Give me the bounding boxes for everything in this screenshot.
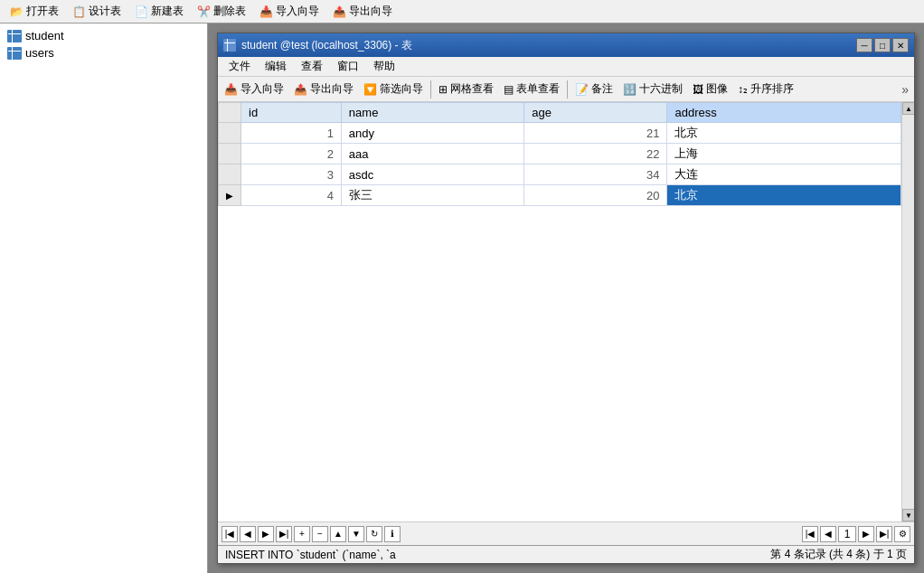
export-label: 导出向导 bbox=[349, 4, 392, 19]
nav-info-button[interactable]: ℹ bbox=[384, 526, 401, 542]
nav-right-first-button[interactable]: |◀ bbox=[802, 526, 818, 542]
cell-id-1[interactable]: 1 bbox=[241, 123, 342, 144]
sidebar-item-student[interactable]: student bbox=[0, 27, 207, 44]
filter-wizard-button[interactable]: 🔽 筛选向导 bbox=[359, 80, 428, 99]
col-marker bbox=[219, 103, 241, 123]
svg-rect-4 bbox=[8, 51, 21, 52]
table-row[interactable]: 2 aaa 22 上海 bbox=[219, 144, 901, 164]
filter-icon: 🔽 bbox=[363, 83, 377, 96]
toolbar-separator-2 bbox=[567, 80, 568, 99]
export-wizard-button[interactable]: 📤 导出向导 bbox=[326, 2, 398, 21]
table-row[interactable]: 3 asdc 34 大连 bbox=[219, 164, 901, 185]
menu-edit[interactable]: 编辑 bbox=[258, 57, 294, 76]
cell-id-2[interactable]: 2 bbox=[241, 144, 342, 164]
col-name[interactable]: name bbox=[341, 103, 523, 123]
new-table-button[interactable]: 📄 新建表 bbox=[128, 2, 189, 21]
nav-right-prev-button[interactable]: ◀ bbox=[820, 526, 836, 542]
hex-label: 十六进制 bbox=[639, 81, 683, 97]
scroll-down-button[interactable]: ▼ bbox=[902, 509, 914, 521]
nav-prev-button[interactable]: ◀ bbox=[240, 526, 256, 542]
scroll-up-button[interactable]: ▲ bbox=[902, 102, 914, 115]
nav-first-button[interactable]: |◀ bbox=[222, 526, 238, 542]
import-wizard-button[interactable]: 📥 导入向导 bbox=[253, 2, 325, 21]
new-icon: 📄 bbox=[134, 5, 148, 18]
cell-address-2[interactable]: 上海 bbox=[667, 144, 901, 164]
nav-page-number[interactable]: 1 bbox=[838, 526, 856, 542]
cell-name-3[interactable]: asdc bbox=[341, 164, 523, 185]
cell-address-4-selected[interactable]: 北京 bbox=[667, 185, 901, 206]
delete-label: 删除表 bbox=[213, 4, 246, 19]
memo-icon: 📝 bbox=[575, 83, 589, 96]
image-label: 图像 bbox=[706, 81, 728, 97]
col-id[interactable]: id bbox=[241, 103, 342, 123]
row-marker-2 bbox=[219, 144, 241, 164]
design-button[interactable]: 📋 设计表 bbox=[66, 2, 127, 21]
import-wizard-sec-button[interactable]: 📥 导入向导 bbox=[220, 80, 288, 99]
sort-label: 升序排序 bbox=[750, 81, 794, 97]
nav-delete-button[interactable]: − bbox=[312, 526, 328, 542]
cell-address-3[interactable]: 大连 bbox=[667, 164, 901, 185]
delete-table-button[interactable]: ✂️ 删除表 bbox=[191, 2, 251, 21]
cell-age-4[interactable]: 20 bbox=[524, 185, 667, 206]
scroll-track[interactable] bbox=[902, 115, 914, 509]
open-button[interactable]: 📂 打开表 bbox=[4, 2, 64, 21]
cell-name-4[interactable]: 张三 bbox=[341, 185, 523, 206]
cell-age-2[interactable]: 22 bbox=[524, 144, 667, 164]
grid-view-button[interactable]: ⊞ 网格查看 bbox=[434, 80, 498, 99]
nav-down-button[interactable]: ▼ bbox=[348, 526, 364, 542]
col-address[interactable]: address bbox=[667, 103, 901, 123]
sort-button[interactable]: ↕₂ 升序排序 bbox=[733, 80, 798, 99]
cell-id-4[interactable]: 4 bbox=[241, 185, 342, 206]
nav-next-button[interactable]: ▶ bbox=[258, 526, 274, 542]
import-sec-label: 导入向导 bbox=[240, 81, 284, 97]
open-icon: 📂 bbox=[9, 5, 24, 18]
nav-right-next-button[interactable]: ▶ bbox=[858, 526, 874, 542]
grid-label: 网格查看 bbox=[450, 81, 494, 97]
form-label: 表单查看 bbox=[516, 81, 560, 97]
toolbar-more[interactable]: » bbox=[898, 80, 912, 99]
nav-settings-button[interactable]: ⚙ bbox=[894, 526, 910, 542]
form-view-button[interactable]: ▤ 表单查看 bbox=[499, 80, 564, 99]
nav-right-last-button[interactable]: ▶| bbox=[876, 526, 892, 542]
data-table-wrapper[interactable]: id name age address 1 andy 21 bbox=[218, 102, 901, 521]
menu-view[interactable]: 查看 bbox=[294, 57, 330, 76]
nav-last-button[interactable]: ▶| bbox=[276, 526, 292, 542]
table-row-selected[interactable]: ▶ 4 张三 20 北京 bbox=[219, 185, 901, 206]
cell-id-3[interactable]: 3 bbox=[241, 164, 342, 185]
cell-address-1[interactable]: 北京 bbox=[667, 123, 901, 144]
row-marker-3 bbox=[219, 164, 241, 185]
memo-button[interactable]: 📝 备注 bbox=[570, 80, 618, 99]
svg-rect-5 bbox=[12, 47, 13, 60]
svg-rect-7 bbox=[224, 42, 235, 43]
secondary-toolbar: 📥 导入向导 📤 导出向导 🔽 筛选向导 ⊞ 网格查看 ▤ bbox=[218, 77, 914, 102]
cell-name-2[interactable]: aaa bbox=[341, 144, 523, 164]
minimize-button[interactable]: ─ bbox=[856, 38, 872, 52]
export-icon: 📤 bbox=[332, 5, 346, 18]
maximize-button[interactable]: □ bbox=[874, 38, 891, 52]
close-button[interactable]: ✕ bbox=[892, 38, 909, 52]
table-row[interactable]: 1 andy 21 北京 bbox=[219, 123, 901, 144]
window-title-left: student @test (localhost_3306) - 表 bbox=[223, 38, 412, 53]
svg-rect-6 bbox=[223, 39, 236, 52]
menu-file[interactable]: 文件 bbox=[222, 57, 258, 76]
image-button[interactable]: 🖼 图像 bbox=[688, 80, 732, 99]
menu-help[interactable]: 帮助 bbox=[366, 57, 402, 76]
menu-window[interactable]: 窗口 bbox=[330, 57, 366, 76]
sidebar-item-users[interactable]: users bbox=[0, 44, 207, 61]
cell-age-3[interactable]: 34 bbox=[524, 164, 667, 185]
nav-up-button[interactable]: ▲ bbox=[330, 526, 346, 542]
cell-age-1[interactable]: 21 bbox=[524, 123, 667, 144]
filter-label: 筛选向导 bbox=[380, 81, 423, 97]
nav-add-button[interactable]: + bbox=[294, 526, 310, 542]
nav-right: |◀ ◀ 1 ▶ ▶| ⚙ bbox=[802, 526, 910, 542]
col-age[interactable]: age bbox=[524, 103, 667, 123]
window-controls: ─ □ ✕ bbox=[856, 38, 909, 52]
nav-refresh-button[interactable]: ↻ bbox=[366, 526, 382, 542]
hex-button[interactable]: 🔢 十六进制 bbox=[618, 80, 687, 99]
vertical-scrollbar[interactable]: ▲ ▼ bbox=[901, 102, 914, 521]
svg-rect-8 bbox=[227, 39, 228, 52]
export-wizard-sec-button[interactable]: 📤 导出向导 bbox=[289, 80, 358, 99]
table-window: student @test (localhost_3306) - 表 ─ □ ✕… bbox=[217, 33, 915, 564]
window-titlebar: student @test (localhost_3306) - 表 ─ □ ✕ bbox=[218, 33, 914, 57]
cell-name-1[interactable]: andy bbox=[341, 123, 523, 144]
